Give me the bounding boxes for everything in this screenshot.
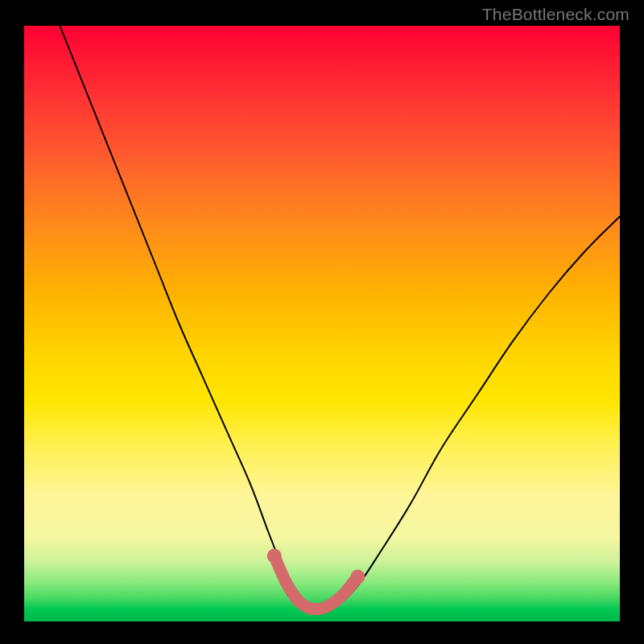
bottleneck-curve	[60, 26, 620, 610]
optimal-zone-highlight	[275, 556, 358, 609]
watermark-text: TheBottleneck.com	[482, 5, 630, 24]
chart-frame: TheBottleneck.com	[0, 0, 644, 644]
chart-svg	[24, 26, 620, 621]
highlight-end-dot	[350, 570, 365, 584]
plot-area	[24, 26, 620, 621]
highlight-end-dot	[267, 549, 282, 564]
